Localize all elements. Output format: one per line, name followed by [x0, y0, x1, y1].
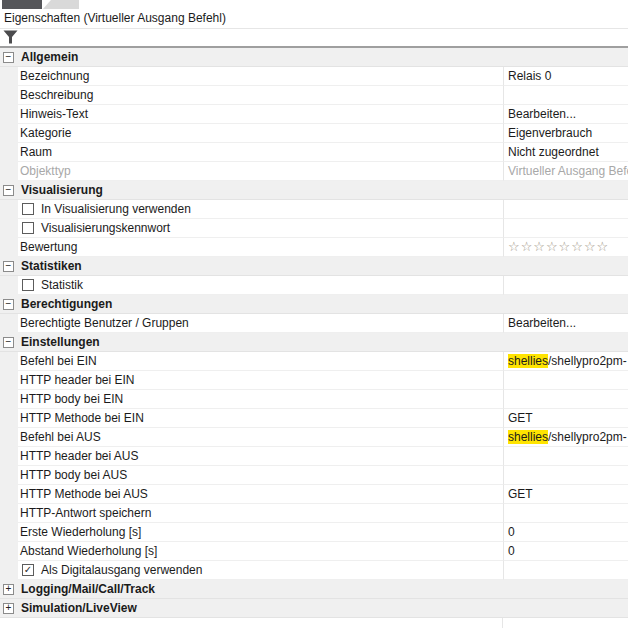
property-label-text: Als Digitalausgang verwenden: [41, 563, 202, 577]
unchecked-checkbox[interactable]: [22, 279, 34, 291]
expand-icon[interactable]: +: [3, 603, 14, 614]
property-label-http-antwort-speichern: HTTP-Antwort speichern: [18, 504, 503, 523]
property-label-als-digitalausgang-verwenden: ✓Als Digitalausgang verwenden: [18, 561, 503, 580]
property-row-objekttyp: ObjekttypVirtueller Ausgang Befehl: [0, 162, 628, 181]
tab-inactive-stub[interactable]: [43, 0, 79, 9]
property-value-visualisierungskennwort[interactable]: [503, 219, 628, 238]
property-value-http-methode-bei-aus[interactable]: GET: [503, 485, 628, 504]
property-row-http-antwort-speichern: HTTP-Antwort speichern: [0, 504, 628, 523]
property-label-text: HTTP header bei EIN: [20, 373, 135, 387]
property-value-text: 0: [508, 525, 515, 539]
section-label: Berechtigungen: [21, 297, 112, 311]
property-row-http-methode-bei-aus: HTTP Methode bei AUSGET: [0, 485, 628, 504]
property-label-text: HTTP header bei AUS: [20, 449, 139, 463]
property-label-statistik: Statistik: [18, 276, 503, 295]
row-gutter: [0, 542, 18, 561]
property-value-http-body-bei-aus[interactable]: [503, 466, 628, 485]
property-value-hinweis-text[interactable]: Bearbeiten...: [503, 105, 628, 124]
property-value-befehl-bei-ein[interactable]: shellies/shellypro2pm-: [503, 352, 628, 371]
property-row-befehl-bei-ein: Befehl bei EINshellies/shellypro2pm-: [0, 352, 628, 371]
property-row-kategorie: KategorieEigenverbrauch: [0, 124, 628, 143]
section-header-logging-mail-call-track[interactable]: +Logging/Mail/Call/Track: [0, 580, 628, 599]
property-value-objekttyp[interactable]: Virtueller Ausgang Befehl: [503, 162, 628, 181]
property-value-http-header-bei-aus[interactable]: [503, 447, 628, 466]
row-gutter: [0, 523, 18, 542]
property-label-text: HTTP body bei EIN: [20, 392, 123, 406]
property-value-in-visualisierung-verwenden[interactable]: [503, 200, 628, 219]
property-label-befehl-bei-ein: Befehl bei EIN: [18, 352, 503, 371]
unchecked-checkbox[interactable]: [22, 222, 34, 234]
collapse-icon[interactable]: −: [3, 299, 14, 310]
row-gutter: [0, 238, 18, 257]
property-row-beschreibung: Beschreibung: [0, 86, 628, 105]
property-value-befehl-bei-aus[interactable]: shellies/shellypro2pm-: [503, 428, 628, 447]
property-value-bezeichnung[interactable]: Relais 0: [503, 67, 628, 86]
property-label-text: Bezeichnung: [20, 69, 89, 83]
property-value-http-methode-bei-ein[interactable]: GET: [503, 409, 628, 428]
search-highlight: shellies: [508, 430, 548, 444]
filter-icon[interactable]: [3, 30, 18, 44]
property-row-http-header-bei-aus: HTTP header bei AUS: [0, 447, 628, 466]
property-label-http-body-bei-ein: HTTP body bei EIN: [18, 390, 503, 409]
property-label-berechtigte-benutzer-gruppen: Berechtigte Benutzer / Gruppen: [18, 314, 503, 333]
row-gutter: [0, 352, 18, 371]
property-value-erste-wiederholung-s[interactable]: 0: [503, 523, 628, 542]
property-value-beschreibung[interactable]: [503, 86, 628, 105]
property-value-http-header-bei-ein[interactable]: [503, 371, 628, 390]
property-label-in-visualisierung-verwenden: In Visualisierung verwenden: [18, 200, 503, 219]
property-value-kategorie[interactable]: Eigenverbrauch: [503, 124, 628, 143]
property-value-http-body-bei-ein[interactable]: [503, 390, 628, 409]
property-label-http-header-bei-aus: HTTP header bei AUS: [18, 447, 503, 466]
property-value-text: Eigenverbrauch: [508, 126, 592, 140]
property-value-text: Relais 0: [508, 69, 551, 83]
property-label-text: Befehl bei AUS: [20, 430, 101, 444]
property-value-abstand-wiederholung-s[interactable]: 0: [503, 542, 628, 561]
grid-filler: [0, 618, 628, 628]
section-header-simulation-liveview[interactable]: +Simulation/LiveView: [0, 599, 628, 618]
property-label-text: HTTP-Antwort speichern: [20, 506, 151, 520]
property-value-als-digitalausgang-verwenden[interactable]: [503, 561, 628, 580]
property-value-text: Virtueller Ausgang Befehl: [508, 164, 628, 178]
filter-row[interactable]: [0, 29, 628, 48]
collapse-icon[interactable]: −: [3, 185, 14, 196]
section-header-berechtigungen[interactable]: −Berechtigungen: [0, 295, 628, 314]
property-value-text: Bearbeiten...: [508, 107, 576, 121]
section-header-allgemein[interactable]: −Allgemein: [0, 48, 628, 67]
property-label-erste-wiederholung-s: Erste Wiederholung [s]: [18, 523, 503, 542]
rating-stars-icon[interactable]: ☆☆☆☆☆☆☆☆: [508, 238, 609, 256]
property-value-bewertung[interactable]: ☆☆☆☆☆☆☆☆: [503, 238, 628, 257]
property-label-befehl-bei-aus: Befehl bei AUS: [18, 428, 503, 447]
tab-active-stub[interactable]: [2, 0, 42, 9]
property-value-http-antwort-speichern[interactable]: [503, 504, 628, 523]
property-label-text: Objekttyp: [20, 164, 71, 178]
property-label-text: Beschreibung: [20, 88, 93, 102]
property-row-raum: RaumNicht zugeordnet: [0, 143, 628, 162]
property-row-berechtigte-benutzer-gruppen: Berechtigte Benutzer / GruppenBearbeiten…: [0, 314, 628, 333]
property-row-bewertung: Bewertung☆☆☆☆☆☆☆☆: [0, 238, 628, 257]
property-value-statistik[interactable]: [503, 276, 628, 295]
section-header-visualisierung[interactable]: −Visualisierung: [0, 181, 628, 200]
row-gutter: [0, 466, 18, 485]
property-value-berechtigte-benutzer-gruppen[interactable]: Bearbeiten...: [503, 314, 628, 333]
collapse-icon[interactable]: −: [3, 261, 14, 272]
section-label: Einstellungen: [21, 335, 100, 349]
collapse-icon[interactable]: −: [3, 337, 14, 348]
section-label: Logging/Mail/Call/Track: [21, 582, 155, 596]
property-row-http-header-bei-ein: HTTP header bei EIN: [0, 371, 628, 390]
property-row-visualisierungskennwort: Visualisierungskennwort: [0, 219, 628, 238]
grid-filler-left: [0, 618, 502, 628]
expand-icon[interactable]: +: [3, 584, 14, 595]
checked-checkbox[interactable]: ✓: [22, 564, 34, 576]
section-header-einstellungen[interactable]: −Einstellungen: [0, 333, 628, 352]
property-value-text: /shellypro2pm-: [548, 430, 627, 444]
section-label: Statistiken: [21, 259, 82, 273]
row-gutter: [0, 504, 18, 523]
property-label-objekttyp: Objekttyp: [18, 162, 503, 181]
section-header-statistiken[interactable]: −Statistiken: [0, 257, 628, 276]
row-gutter: [0, 390, 18, 409]
property-grid: −AllgemeinBezeichnungRelais 0Beschreibun…: [0, 48, 628, 628]
property-label-text: In Visualisierung verwenden: [41, 202, 191, 216]
unchecked-checkbox[interactable]: [22, 203, 34, 215]
property-value-raum[interactable]: Nicht zugeordnet: [503, 143, 628, 162]
collapse-icon[interactable]: −: [3, 52, 14, 63]
